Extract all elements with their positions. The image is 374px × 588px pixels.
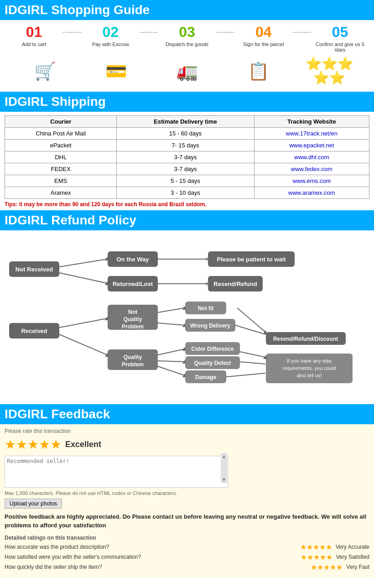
card-cell: 💳 xyxy=(80,61,151,81)
detail-stars: ★★★★★ xyxy=(311,563,343,572)
detail-row: How accurate was the product description… xyxy=(5,543,369,552)
truck-cell: 🚛 xyxy=(151,61,223,81)
svg-line-43 xyxy=(226,373,265,377)
shipping-section: IDGIRL Shipping Courier Estimate Deliver… xyxy=(0,92,374,210)
detailed-ratings-title: Detailed ratings on this transaction xyxy=(5,535,369,541)
delivery-cell: 3 - 10 days xyxy=(117,187,254,198)
cart-cell: 🛒 xyxy=(9,61,80,81)
svg-marker-5 xyxy=(205,257,208,261)
tracking-link[interactable]: www.ems.com xyxy=(292,177,331,184)
feedback-section: IDGIRL Feedback Please rate this transac… xyxy=(0,404,374,578)
shipping-table: Courier Estimate Delivery time Tracking … xyxy=(5,115,369,199)
delivery-cell: 3-7 days xyxy=(117,151,254,163)
step-num-3: 03 xyxy=(179,24,195,41)
detail-question: How quickly did the seller ship the item… xyxy=(5,564,311,570)
url-cell: www.aramex.com xyxy=(254,187,369,198)
table-row: Aramex 3 - 10 days www.aramex.com xyxy=(5,187,369,198)
requirements-label1: If you have any else xyxy=(287,358,332,364)
stars-icon: ⭐⭐⭐⭐⭐ xyxy=(306,57,353,85)
guide-content: 01 Add to cart 02 Pay with Escrow 03 Dis… xyxy=(0,20,374,92)
svg-line-35 xyxy=(237,308,265,332)
not-quality-label2: Quality xyxy=(124,316,142,323)
shipping-tips: Tips: it may be more than 90 and 120 day… xyxy=(5,201,369,208)
resend-discount-label: Resend/Refund/Discount xyxy=(273,336,338,342)
tracking-link[interactable]: www.aramex.com xyxy=(288,189,335,196)
resend-refund-label: Resend/Refund xyxy=(213,281,257,287)
detail-answer: Very Satisfied xyxy=(336,554,369,560)
delivery-cell: 15 - 60 days xyxy=(117,127,254,139)
refund-flow-diagram: Not Received On the Way Please be patien… xyxy=(5,234,369,398)
url-cell: www.fedex.com xyxy=(254,163,369,175)
rate-label: Please rate this transaction xyxy=(5,428,369,434)
quality-defect-label: Quality Defect xyxy=(194,360,231,366)
not-quality-label3: Problem xyxy=(122,323,144,330)
step-num-1: 01 xyxy=(26,24,42,41)
shipping-header: IDGIRL Shipping xyxy=(0,92,374,112)
shipping-content: Courier Estimate Delivery time Tracking … xyxy=(0,112,374,210)
svg-line-42 xyxy=(240,362,265,364)
refund-section: IDGIRL Refund Policy Not Received On the… xyxy=(0,210,374,404)
delivery-cell: 3-7 days xyxy=(117,163,254,175)
tracking-link[interactable]: www.17track.net/en xyxy=(286,130,338,137)
step-label-4: Sign for the parcel xyxy=(243,42,284,47)
cart-icon: 🛒 xyxy=(34,61,56,81)
courier-cell: EMS xyxy=(5,175,117,187)
url-cell: www.dhl.com xyxy=(254,151,369,163)
refund-content: Not Received On the Way Please be patien… xyxy=(0,230,374,404)
tracking-link[interactable]: www.fedex.com xyxy=(291,166,332,172)
delivery-cell: 7- 15 days xyxy=(117,139,254,151)
step-divider-3 xyxy=(217,24,234,33)
svg-marker-11 xyxy=(205,282,208,286)
requirements-label2: requirements, you could xyxy=(282,365,336,371)
courier-cell: Aramex xyxy=(5,187,117,198)
feedback-content: Please rate this transaction ★★★★★ Excel… xyxy=(0,424,374,578)
svg-line-23 xyxy=(59,334,107,355)
upload-button[interactable]: Upload your photos xyxy=(5,499,62,509)
not-fit-label: Not fit xyxy=(198,305,214,312)
step-divider-1 xyxy=(63,24,81,33)
svg-line-26 xyxy=(158,349,185,355)
detailed-ratings: Detailed ratings on this transaction How… xyxy=(5,535,369,572)
svg-line-17 xyxy=(158,308,185,312)
col-tracking: Tracking Website xyxy=(254,115,369,127)
svg-line-14 xyxy=(59,318,107,328)
guide-header: IDGIRL Shopping Guide xyxy=(0,0,374,20)
step-2: 02 Pay with Escrow xyxy=(81,24,140,47)
svg-line-1 xyxy=(59,259,107,267)
quality-problem-label2: Problem xyxy=(122,361,144,368)
refund-header: IDGIRL Refund Policy xyxy=(0,210,374,230)
step-4: 04 Sign for the parcel xyxy=(234,24,293,47)
rating-stars: ★★★★★ xyxy=(5,437,62,452)
icons-row: 🛒 💳 🚛 📋 ⭐⭐⭐⭐⭐ xyxy=(5,55,369,87)
wrong-delivery-label: Wrong Delivery xyxy=(190,323,230,329)
courier-cell: ePacket xyxy=(5,139,117,151)
url-cell: www.epacket.net xyxy=(254,139,369,151)
table-row: ePacket 7- 15 days www.epacket.net xyxy=(5,139,369,151)
detail-row: How satisfied were you with the seller's… xyxy=(5,553,369,562)
step-divider-2 xyxy=(140,24,158,33)
detail-stars: ★★★★★ xyxy=(300,543,332,552)
tracking-link[interactable]: www.epacket.net xyxy=(289,142,334,149)
detail-answer: Very Fast xyxy=(346,564,369,570)
step-label-3: Dispatch the goods xyxy=(166,42,208,47)
step-label-2: Pay with Escrow xyxy=(92,42,129,47)
courier-cell: FEDEX xyxy=(5,163,117,175)
detail-question: How satisfied were you with the seller's… xyxy=(5,554,301,560)
svg-line-38 xyxy=(235,325,265,334)
on-the-way-label: On the Way xyxy=(116,256,149,263)
step-num-5: 05 xyxy=(332,24,348,41)
truck-icon: 🚛 xyxy=(177,61,198,81)
courier-cell: DHL xyxy=(5,151,117,163)
feedback-note: Positive feedback are highly appreciated… xyxy=(5,512,369,530)
returned-lost-label: Returned/Lost xyxy=(113,281,153,287)
table-row: China Post Air Mail 15 - 60 days www.17t… xyxy=(5,127,369,139)
detail-answer: Very Accurate xyxy=(336,544,369,550)
svg-line-29 xyxy=(158,361,185,362)
table-header-row: Courier Estimate Delivery time Tracking … xyxy=(5,115,369,127)
tracking-link[interactable]: www.dhl.com xyxy=(294,154,329,161)
detail-stars: ★★★★★ xyxy=(301,553,332,562)
feedback-textarea[interactable] xyxy=(5,456,228,488)
card-icon: 💳 xyxy=(105,61,127,81)
not-received-label: Not Received xyxy=(16,266,53,273)
step-3: 03 Dispatch the goods xyxy=(157,24,216,47)
